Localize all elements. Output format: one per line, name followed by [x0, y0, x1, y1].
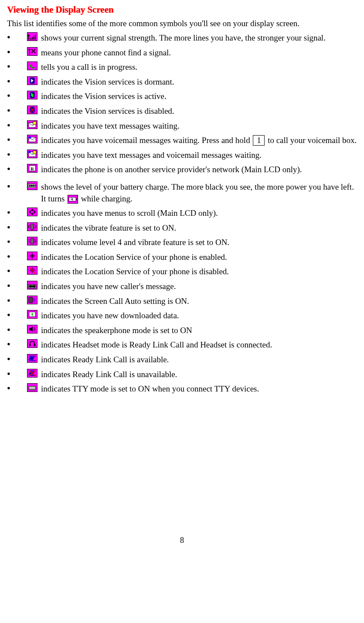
- svg-marker-33: [31, 209, 34, 211]
- svg-rect-60: [29, 344, 31, 346]
- svg-rect-2: [32, 37, 33, 40]
- svg-rect-55: [31, 286, 34, 287]
- svg-rect-4: [35, 34, 36, 40]
- list-item: indicates the Screen Call Auto setting i…: [7, 296, 357, 307]
- location-disabled-icon: [27, 266, 37, 275]
- list-item: indicates you have text messages and voi…: [7, 150, 357, 161]
- item-text: indicates the Location Service of your p…: [41, 252, 227, 262]
- battery-charging-icon: [68, 195, 78, 204]
- svg-rect-29: [33, 184, 35, 187]
- svg-rect-42: [31, 238, 34, 244]
- svg-rect-31: [76, 198, 77, 200]
- list-item: indicates you have menus to scroll (Main…: [7, 208, 357, 219]
- list-item: indicates the Location Service of your p…: [7, 266, 357, 278]
- item-text: indicates you have menus to scroll (Main…: [41, 208, 218, 218]
- icon-description-list: shows your current signal strength. The …: [7, 32, 357, 176]
- list-item: indicates the vibrate feature is set to …: [7, 222, 357, 234]
- volume-vibrate-icon: [27, 237, 37, 245]
- speakerphone-icon: [27, 325, 37, 334]
- svg-rect-3: [34, 36, 34, 40]
- item-text: indicates you have text messages and voi…: [41, 150, 262, 160]
- svg-marker-0: [27, 34, 30, 40]
- svg-rect-72: [31, 387, 31, 388]
- svg-point-47: [31, 255, 33, 257]
- item-text-b: to call your voicemail box.: [265, 136, 357, 145]
- icon-description-list-2: shows the level of your battery charge. …: [7, 181, 357, 395]
- intro-text: This list identifies some of the more co…: [7, 18, 357, 30]
- svg-rect-61: [34, 344, 36, 346]
- signal-strength-icon: [27, 32, 37, 41]
- text-voicemail-icon: [27, 150, 37, 158]
- item-text: indicates Ready Link Call is unavailable…: [41, 370, 177, 379]
- item-text: indicates the speakerphone mode is set t…: [41, 326, 192, 335]
- svg-marker-36: [34, 211, 36, 214]
- list-item: indicates volume level 4 and vibrate fea…: [7, 237, 357, 249]
- vibrate-on-icon: [27, 222, 37, 231]
- tty-mode-icon: [27, 383, 37, 392]
- item-text: indicates volume level 4 and vibrate fea…: [41, 238, 229, 247]
- item-text: means your phone cannot find a signal.: [41, 48, 171, 57]
- svg-text:R: R: [31, 166, 34, 171]
- svg-rect-80: [34, 388, 35, 389]
- page-number: 8: [7, 534, 357, 546]
- page-title: Viewing the Display Screen: [7, 3, 357, 16]
- svg-point-22: [28, 151, 31, 153]
- list-item: shows your current signal strength. The …: [7, 32, 357, 44]
- list-item: tells you a call is in progress.: [7, 61, 357, 73]
- list-item: indicates you have new downloaded data.: [7, 310, 357, 322]
- list-item: indicates the Vision services is active.: [7, 91, 357, 102]
- list-item: shows the level of your battery charge. …: [7, 181, 357, 204]
- svg-rect-77: [31, 388, 31, 389]
- roaming-icon: R: [27, 164, 37, 173]
- vision-disabled-icon: [27, 106, 37, 114]
- list-item: indicates Ready Link Call is unavailable…: [7, 369, 357, 381]
- svg-rect-56: [29, 297, 33, 303]
- list-item: indicates the Vision services is dormant…: [7, 76, 357, 88]
- svg-point-19: [29, 136, 31, 139]
- item-text: indicates the Screen Call Auto setting i…: [41, 296, 189, 306]
- item-text: indicates the Vision services is dormant…: [41, 77, 174, 86]
- svg-rect-74: [33, 387, 34, 388]
- item-text: indicates the vibrate feature is set to …: [41, 223, 176, 232]
- no-signal-icon: [27, 47, 37, 56]
- svg-marker-35: [29, 211, 31, 214]
- list-item: means your phone cannot find a signal.: [7, 47, 357, 59]
- list-item: indicates Headset mode is Ready Link Cal…: [7, 339, 357, 351]
- location-enabled-icon: [27, 252, 37, 260]
- svg-rect-28: [31, 184, 33, 187]
- item-text: indicates the phone is on another servic…: [41, 165, 302, 174]
- item-text: indicates the Location Service of your p…: [41, 267, 229, 276]
- list-item: indicates the Location Service of your p…: [7, 252, 357, 263]
- list-item: indicates you have text messages waiting…: [7, 120, 357, 132]
- svg-rect-17: [33, 121, 36, 124]
- item-text: indicates Headset mode is Ready Link Cal…: [41, 340, 272, 349]
- call-in-progress-icon: [27, 61, 37, 70]
- item-text: indicates you have new caller's message.: [41, 282, 176, 291]
- item-text: indicates TTY mode is set to ON when you…: [41, 384, 259, 393]
- item-text-a: indicates you have voicemail messages wa…: [41, 136, 252, 145]
- new-caller-message-icon: [27, 281, 37, 289]
- vision-dormant-icon: [27, 76, 37, 85]
- item-text-b: while charging.: [79, 194, 133, 203]
- new-download-icon: [27, 310, 37, 319]
- list-item: indicates you have new caller's message.: [7, 281, 357, 293]
- item-text: indicates you have new downloaded data.: [41, 311, 179, 320]
- svg-rect-37: [31, 224, 34, 229]
- key-1: 1: [253, 135, 265, 146]
- ready-link-available-icon: [27, 354, 37, 363]
- list-item: indicates you have voicemail messages wa…: [7, 135, 357, 146]
- voicemail-icon: [27, 135, 37, 143]
- item-text: indicates the Vision services is disable…: [41, 106, 174, 116]
- svg-marker-34: [31, 213, 34, 215]
- svg-rect-73: [32, 387, 33, 388]
- item-text: shows your current signal strength. The …: [41, 33, 326, 42]
- list-item: indicates the speakerphone mode is set t…: [7, 325, 357, 337]
- battery-icon: [27, 181, 37, 190]
- item-text: indicates you have text messages waiting…: [41, 121, 180, 130]
- screen-call-auto-icon: [27, 296, 37, 304]
- svg-rect-1: [31, 38, 31, 40]
- svg-marker-64: [28, 357, 34, 360]
- ready-link-unavailable-icon: [27, 369, 37, 378]
- svg-marker-5: [28, 48, 31, 54]
- item-text: indicates Ready Link Call is available.: [41, 355, 169, 364]
